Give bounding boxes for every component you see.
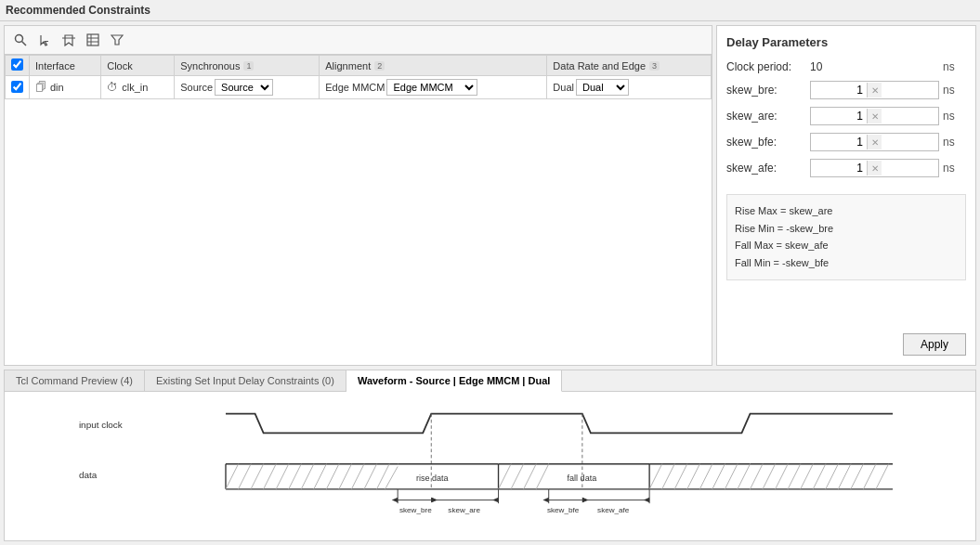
skew-are-clear[interactable]: ✕	[867, 109, 882, 123]
svg-line-38	[662, 464, 675, 489]
alignment-select[interactable]: Edge MMCM Center MMCM	[386, 79, 477, 96]
skew-are-input[interactable]	[811, 108, 867, 124]
svg-line-16	[289, 464, 302, 489]
header-checkbox-cell	[6, 56, 30, 76]
fall-data-label: fall data	[568, 474, 598, 483]
svg-line-31	[536, 464, 549, 489]
formula-fall-max: Fall Max = skew_afe	[735, 237, 958, 254]
clock-period-unit: ns	[943, 60, 966, 73]
input-clock-label: input clock	[79, 420, 123, 430]
right-panel: Delay Parameters Clock period: 10 ns ske…	[716, 25, 976, 366]
skew-afe-input-wrap: ✕	[810, 159, 939, 177]
cursor-button[interactable]	[34, 30, 55, 50]
svg-line-57	[876, 464, 889, 489]
synchronous-select[interactable]: Source System	[215, 79, 273, 96]
skew-afe-clear[interactable]: ✕	[867, 161, 882, 175]
skew-bfe-clear[interactable]: ✕	[867, 135, 882, 149]
svg-line-44	[738, 464, 751, 489]
skew-bfe-input-wrap: ✕	[810, 133, 939, 151]
search-button[interactable]	[10, 30, 31, 50]
data-rate-value: Dual	[553, 82, 574, 93]
skew-afe-arrow-right	[644, 498, 649, 502]
col-interface: Interface	[30, 56, 101, 76]
waveform-area: input clock data	[5, 392, 975, 540]
panel-title: Recommended Constraints	[0, 0, 980, 21]
table-row: 🗍 din ⏱ clk_in	[6, 76, 712, 99]
table-button[interactable]	[83, 30, 103, 50]
skew-bfe-row: skew_bfe: ✕ ns	[726, 133, 966, 151]
svg-line-37	[649, 464, 662, 489]
skew-afe-arrow-left	[582, 498, 588, 502]
clock-icon: ⏱	[107, 81, 118, 94]
clock-period-label: Clock period:	[726, 60, 810, 73]
svg-line-13	[251, 464, 264, 489]
skew-bfe-input[interactable]	[811, 134, 867, 150]
data-rate-cell: Dual Dual Single	[547, 76, 712, 99]
clock-period-row: Clock period: 10 ns	[726, 60, 966, 73]
top-section: Interface Clock Synchronous 1	[0, 21, 980, 370]
synchronous-cell: Source Source System	[175, 76, 320, 99]
data-rate-select[interactable]: Dual Single	[576, 79, 629, 96]
tab-waveform[interactable]: Waveform - Source | Edge MMCM | Dual	[346, 370, 562, 392]
svg-line-41	[699, 464, 712, 489]
svg-line-22	[364, 464, 377, 489]
toolbar	[5, 26, 712, 55]
skew-are-arrow-left	[431, 498, 437, 502]
svg-line-18	[314, 464, 327, 489]
col-alignment: Alignment 2	[320, 56, 547, 76]
skew-afe-unit: ns	[943, 162, 966, 175]
svg-line-12	[239, 464, 252, 489]
data-x-right1	[649, 464, 750, 489]
rise-data-label: rise data	[416, 474, 450, 483]
skew-afe-input[interactable]	[811, 160, 867, 176]
svg-line-54	[838, 464, 851, 489]
skew-are-label: skew_are	[448, 506, 480, 514]
select-all-checkbox[interactable]	[11, 58, 23, 71]
clock-cell: ⏱ clk_in	[101, 76, 175, 99]
svg-line-43	[725, 464, 738, 489]
skew-afe-label: skew_afe:	[726, 162, 810, 175]
data-x-right2	[751, 464, 894, 489]
svg-line-21	[351, 464, 364, 489]
skew-bre-input[interactable]	[811, 82, 867, 98]
skew-bre-input-wrap: ✕	[810, 81, 939, 99]
row-checkbox-cell	[6, 76, 30, 99]
skew-are-label: skew_are:	[726, 110, 810, 123]
sort-badge-synchronous: 1	[243, 61, 254, 71]
svg-line-55	[851, 464, 864, 489]
skew-bre-arrow-left	[392, 498, 398, 502]
skew-are-row: skew_are: ✕ ns	[726, 107, 966, 125]
svg-line-28	[499, 464, 512, 489]
tab-existing[interactable]: Existing Set Input Delay Constraints (0)	[145, 370, 346, 391]
apply-row: Apply	[726, 333, 966, 356]
svg-line-30	[524, 464, 537, 489]
constraints-table: Interface Clock Synchronous 1	[5, 55, 712, 99]
col-synchronous: Synchronous 1	[175, 56, 320, 76]
svg-line-24	[385, 466, 399, 488]
data-label: data	[79, 470, 98, 480]
apply-button[interactable]: Apply	[903, 333, 966, 356]
skew-bre-clear[interactable]: ✕	[867, 83, 882, 97]
skew-bre-label: skew_bre:	[726, 84, 810, 97]
formula-fall-min: Fall Min = -skew_bfe	[735, 254, 958, 272]
svg-marker-7	[111, 35, 123, 45]
filter-button[interactable]	[107, 30, 127, 50]
svg-line-1	[22, 42, 27, 46]
clock-value: clk_in	[122, 82, 148, 93]
data-x-mid	[499, 464, 549, 489]
tab-tcl[interactable]: Tcl Command Preview (4)	[5, 370, 145, 391]
clock-waveform	[226, 414, 893, 434]
bottom-section: Tcl Command Preview (4) Existing Set Inp…	[4, 370, 976, 541]
svg-line-20	[339, 464, 352, 489]
skew-bre-label: skew_bre	[399, 506, 432, 514]
svg-line-15	[276, 464, 289, 489]
bookmark-button[interactable]	[59, 30, 79, 50]
svg-line-14	[264, 464, 277, 489]
synchronous-value: Source	[180, 82, 213, 93]
svg-line-53	[826, 464, 839, 489]
svg-line-29	[511, 464, 524, 489]
alignment-cell: Edge MMCM Edge MMCM Center MMCM	[320, 76, 547, 99]
row-checkbox[interactable]	[11, 81, 23, 93]
file-icon: 🗍	[35, 81, 46, 94]
svg-line-51	[801, 464, 814, 489]
